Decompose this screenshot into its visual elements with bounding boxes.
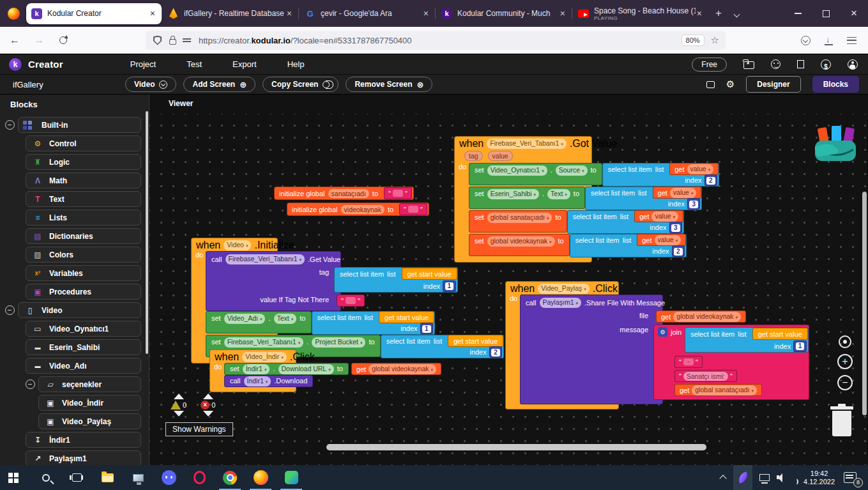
block-select-list-item[interactable]: select list item list get start value in…	[381, 335, 505, 358]
forward-button[interactable]: →	[29, 31, 49, 50]
taskbar-app[interactable]	[0, 465, 31, 490]
sidebar-item[interactable]: Video_Paylaş	[38, 413, 141, 429]
block-get-global-videokaynak[interactable]: get global videokaynak	[656, 310, 746, 323]
tab-close-icon[interactable]	[149, 8, 156, 19]
zoom-level-badge[interactable]: 80%	[681, 34, 704, 46]
bookmark-star-icon[interactable]	[711, 34, 719, 46]
block-get-value[interactable]: get value	[653, 187, 702, 199]
component-dropdown[interactable]: Video_Paylaş	[538, 284, 590, 294]
block-get-value[interactable]: get value	[669, 163, 719, 175]
canvas-horizontal-scrollbar[interactable]	[326, 444, 706, 450]
taskbar-app[interactable]	[61, 465, 92, 490]
sidebar-item[interactable]: Math	[26, 172, 141, 188]
sidebar-item[interactable]: Text	[26, 191, 141, 207]
screen-selector[interactable]: Video	[125, 77, 176, 92]
url-bar[interactable]: https://creator.kodular.io/?locale=en#53…	[146, 31, 726, 50]
trash-can-icon[interactable]	[829, 404, 855, 437]
sidebar-item[interactable]: Lists	[26, 210, 141, 226]
block-when-video-paylas-click[interactable]: when Video_Paylaş .Click do call Paylaşı…	[505, 281, 619, 410]
browser-tab[interactable]: ifGallery - Realtime Database	[163, 3, 298, 24]
block-select-list-item[interactable]: select list item list get value index 2	[570, 234, 687, 257]
lock-icon[interactable]	[169, 39, 176, 45]
sidebar-item[interactable]: Video_Oynatıcı1	[26, 321, 141, 337]
block-select-list-item[interactable]: select list item list get start value in…	[334, 267, 458, 293]
backpack-icon[interactable]	[814, 125, 860, 164]
back-button[interactable]: ←	[5, 31, 24, 50]
block-number[interactable]: 3	[669, 222, 683, 233]
browser-tab[interactable]: Kodular Creator	[26, 3, 162, 24]
reload-button[interactable]	[54, 31, 73, 50]
community-icon[interactable]	[771, 59, 780, 69]
browser-tab[interactable]: Space Song - Beach House (1 PLAYING	[573, 3, 708, 24]
taskbar-clock[interactable]: 19:42 4.12.2022	[803, 470, 835, 486]
block-set-global-videokaynak[interactable]: set global videokaynak to select list it…	[469, 234, 719, 257]
sidebar-item[interactable]: Dictionaries	[26, 228, 141, 244]
collapse-icon[interactable]	[5, 120, 15, 130]
block-number[interactable]: 1	[443, 280, 456, 292]
canvas-vertical-scrollbar[interactable]	[862, 192, 867, 415]
pocket-icon[interactable]	[801, 36, 811, 45]
taskbar-app[interactable]	[92, 465, 123, 490]
zoom-out-button[interactable]: −	[837, 375, 853, 390]
projects-folder-icon[interactable]	[743, 61, 754, 69]
sidebar-item[interactable]: Video_Adı	[26, 358, 141, 374]
menu-hamburger-icon[interactable]	[847, 37, 857, 44]
menu-item[interactable]: Project	[130, 59, 156, 69]
block-select-list-item[interactable]: select list item list get value index 2	[602, 163, 719, 187]
sidebar-item[interactable]: Built-in	[18, 117, 141, 133]
designer-tab[interactable]: Designer	[746, 76, 800, 93]
menu-item[interactable]: Help	[287, 59, 305, 69]
sidebar-item[interactable]: Logic	[26, 154, 141, 170]
block-get-start-value[interactable]: get start value	[379, 311, 434, 323]
speaker-icon[interactable]	[777, 473, 788, 482]
zoom-in-button[interactable]: +	[837, 354, 853, 369]
block-number[interactable]: 1	[420, 323, 434, 334]
sidebar-item[interactable]: seçenekler	[38, 376, 141, 392]
sidebar-item[interactable]: Control	[26, 135, 141, 151]
component-dropdown[interactable]: Firebase_Veri_Tabanı1	[487, 139, 567, 149]
tab-close-icon[interactable]	[696, 8, 703, 19]
block-call-firebase-get-value[interactable]: call Firebase_Veri_Tabanı1 .Get Value ta…	[206, 251, 341, 311]
block-number[interactable]: 2	[704, 174, 718, 186]
new-tab-button[interactable]: +	[709, 7, 728, 20]
sidebar-scrollbar[interactable]	[146, 111, 148, 354]
block-string-dash[interactable]: -	[674, 356, 703, 368]
account-icon[interactable]	[848, 59, 858, 70]
show-warnings-button[interactable]: Show Warnings	[165, 422, 233, 436]
monetization-icon[interactable]	[821, 59, 831, 70]
block-get-value[interactable]: get value	[634, 210, 683, 222]
docs-icon[interactable]	[797, 60, 804, 68]
block-string-sanatci-ismi[interactable]: Sanatçı ismi:	[674, 370, 737, 382]
taskbar-app[interactable]	[31, 465, 61, 490]
mutator-gear-icon[interactable]	[658, 327, 667, 337]
block-set-indir-download-url[interactable]: set İndir1 . Download URL to get global …	[224, 363, 441, 375]
block-number[interactable]: 3	[687, 198, 701, 210]
copy-screen-button[interactable]: Copy Screen	[263, 77, 339, 92]
permissions-icon[interactable]	[183, 37, 191, 43]
collapse-icon[interactable]	[5, 305, 15, 315]
menu-item[interactable]: Test	[187, 59, 202, 69]
block-get-global-sanatciadi[interactable]: get global sanataçıadı	[674, 384, 762, 396]
warning-up-icon[interactable]	[174, 394, 184, 399]
sidebar-item[interactable]: Paylaşım1	[26, 450, 141, 465]
block-init-global-sanatciadi[interactable]: initialize global sanataçıadı to	[274, 187, 414, 200]
block-number[interactable]: 2	[672, 245, 685, 257]
downloads-icon[interactable]	[825, 36, 833, 45]
taskbar-app[interactable]	[153, 465, 184, 490]
block-get-value[interactable]: get value	[637, 234, 686, 246]
block-set-eserin-sahibi-text[interactable]: set Eserin_Sahibi . Text to select list …	[469, 187, 719, 210]
network-icon[interactable]	[759, 474, 770, 481]
block-call-indir-download[interactable]: call İndir1 .Download	[224, 375, 441, 387]
block-empty-string[interactable]	[337, 295, 365, 307]
add-screen-button[interactable]: Add Screen⊕	[183, 77, 255, 92]
block-set-video-oynatici-source[interactable]: set Video_Oynatıcı1 . Source to select l…	[469, 163, 719, 187]
block-when-video-initialize[interactable]: when Video .Initialize do call Firebase_…	[191, 238, 278, 364]
block-get-start-value[interactable]: get start value	[448, 335, 503, 347]
tab-close-icon[interactable]	[422, 8, 430, 19]
restore-button[interactable]	[812, 0, 840, 27]
blocks-tab[interactable]: Blocks	[812, 76, 859, 93]
block-select-list-item[interactable]: select list item list get value index 3	[567, 210, 684, 234]
tray-feather-app[interactable]	[733, 465, 752, 490]
block-select-list-item[interactable]: select list item list get start value in…	[685, 327, 809, 353]
close-button[interactable]	[840, 0, 868, 27]
